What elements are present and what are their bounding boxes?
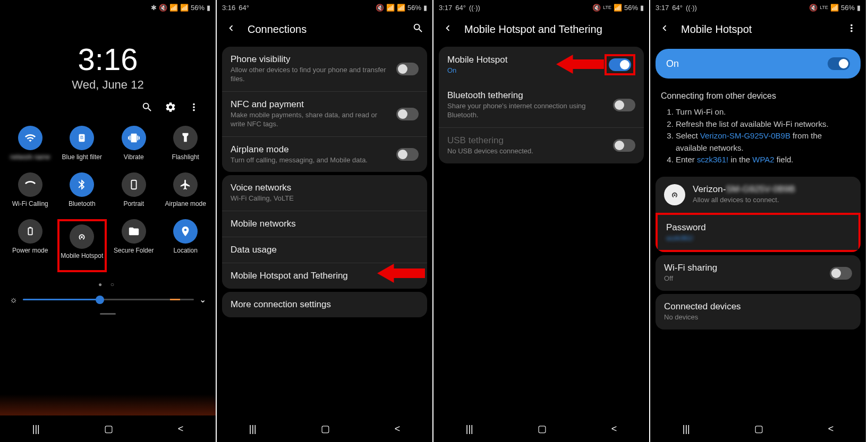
password-label: Password [666, 222, 850, 233]
bluetooth-icon: ✱ [151, 4, 157, 12]
wifi-icon [18, 126, 42, 150]
portrait-icon [122, 172, 146, 197]
recent-button[interactable]: ||| [32, 423, 40, 435]
qs-tile-airplane[interactable]: Airplane mode [161, 172, 211, 215]
svg-text:B: B [80, 135, 83, 140]
qs-label: network name [10, 153, 50, 168]
qs-tile-bluetooth[interactable]: Bluetooth [57, 172, 107, 215]
toggle[interactable] [396, 148, 419, 161]
network-row[interactable]: Verizon-SM-G925V-0B9B Allow all devices … [656, 177, 861, 213]
panel-handle[interactable] [100, 313, 116, 315]
mute-icon: 🔇 [159, 4, 167, 12]
hotspot-tethering-screen: 3:1764°((·)) 🔇LTE📶56%▮ Mobile Hotspot an… [433, 0, 650, 442]
instructions-title: Connecting from other devices [661, 91, 855, 101]
qs-tile-flashlight[interactable]: Flashlight [161, 126, 211, 168]
qs-label: Power mode [12, 247, 48, 262]
instruction-step: Select Verizon-SM-G925V-0B9B from the av… [676, 130, 855, 154]
setting-row[interactable]: Mobile HotspotOn [439, 47, 644, 83]
setting-row[interactable]: Phone visibilityAllow other devices to f… [222, 47, 427, 91]
brightness-icon: ☼ [10, 295, 18, 305]
back-button[interactable]: < [828, 423, 834, 435]
password-row[interactable]: Password sczk361! [656, 213, 861, 253]
home-button[interactable]: ▢ [754, 423, 763, 435]
network-sub: Allow all devices to connect. [693, 196, 852, 205]
qs-tile-portrait[interactable]: Portrait [109, 172, 159, 215]
qs-tile-bluelight[interactable]: BBlue light filter [57, 126, 107, 168]
back-icon[interactable] [659, 22, 670, 36]
highlight-arrow [556, 51, 604, 77]
setting-row[interactable]: Airplane modeTurn off calling, messaging… [222, 136, 427, 172]
nav-bar: ||| ▢ < [650, 415, 866, 442]
hotspot-status-icon: ((·)) [469, 4, 480, 12]
setting-row[interactable]: Data usage [222, 237, 427, 263]
toggle[interactable] [613, 99, 635, 111]
wallpaper [0, 394, 216, 415]
on-label: On [666, 58, 679, 70]
setting-row[interactable]: Bluetooth tetheringShare your phone's in… [439, 83, 644, 127]
on-toggle-bar[interactable]: On [656, 49, 861, 79]
back-icon[interactable] [442, 22, 454, 36]
back-icon[interactable] [225, 22, 237, 36]
toggle[interactable] [613, 139, 635, 152]
qs-tile-vibrate[interactable]: Vibrate [109, 126, 159, 168]
location-icon [173, 219, 198, 244]
recent-button[interactable]: ||| [683, 423, 690, 435]
qs-label: Bluetooth [69, 200, 96, 215]
on-toggle[interactable] [828, 57, 850, 70]
airplane-icon [173, 172, 198, 197]
toggle[interactable] [609, 58, 631, 71]
qs-tile-hotspot[interactable]: Mobile Hotspot [57, 219, 107, 272]
battery-icon: ▮ [207, 4, 210, 12]
status-bar: ✱ 🔇 📶 📶 56% ▮ [0, 0, 216, 15]
toggle[interactable] [396, 108, 419, 120]
clock-date: Wed, June 12 [0, 78, 216, 92]
more-icon[interactable] [188, 101, 200, 115]
recent-button[interactable]: ||| [466, 423, 473, 435]
qs-label: Mobile Hotspot [61, 252, 103, 267]
gear-icon[interactable] [165, 101, 176, 115]
qs-tile-location[interactable]: Location [161, 219, 211, 272]
setting-row[interactable]: More connection settings [222, 292, 427, 317]
qs-label: Flashlight [172, 153, 199, 168]
qs-label: Airplane mode [165, 200, 206, 215]
battery-text: 56% [191, 4, 205, 12]
back-button[interactable]: < [178, 423, 184, 435]
search-icon[interactable] [141, 101, 153, 115]
svg-rect-3 [28, 228, 32, 235]
setting-row[interactable]: Voice networksWi-Fi Calling, VoLTE [222, 175, 427, 211]
instruction-step: Turn Wi-Fi on. [676, 106, 855, 118]
network-name-blur: SM-G925V-0B9B [726, 184, 795, 194]
setting-row[interactable]: NFC and paymentMake mobile payments, sha… [222, 91, 427, 136]
toggle[interactable] [396, 63, 419, 75]
svg-marker-6 [556, 55, 604, 74]
chevron-down-icon[interactable]: ⌄ [199, 294, 206, 305]
wifi-sharing-toggle[interactable] [830, 267, 852, 280]
hotspot-status-icon: ((·)) [686, 4, 697, 12]
qs-tile-wificall[interactable]: Wi-Fi Calling [5, 172, 55, 215]
connections-screen: 3:1664° 🔇📶📶56%▮ Connections Phone visibi… [217, 0, 433, 442]
more-icon[interactable] [846, 22, 857, 36]
qs-tile-folder[interactable]: Secure Folder [109, 219, 159, 272]
brightness-slider[interactable] [23, 299, 194, 300]
qs-tile-wifi[interactable]: network name [5, 126, 55, 168]
status-bar: 3:1764°((·)) 🔇LTE📶56%▮ [433, 0, 649, 15]
back-button[interactable]: < [611, 423, 617, 435]
home-button[interactable]: ▢ [538, 423, 547, 435]
qs-tile-power[interactable]: Power mode [5, 219, 55, 272]
status-bar: 3:1764°((·)) 🔇LTE📶56%▮ [650, 0, 866, 15]
back-button[interactable]: < [395, 423, 401, 435]
setting-row[interactable]: Mobile networks [222, 211, 427, 237]
home-button[interactable]: ▢ [104, 423, 113, 435]
page-title: Mobile Hotspot [681, 23, 835, 36]
qs-label: Wi-Fi Calling [12, 200, 48, 215]
connected-devices-row[interactable]: Connected devices No devices [656, 294, 861, 330]
signal-icon: 📶 [180, 4, 189, 12]
search-icon[interactable] [412, 22, 424, 36]
recent-button[interactable]: ||| [249, 423, 257, 435]
mobile-hotspot-screen: 3:1764°((·)) 🔇LTE📶56%▮ Mobile Hotspot On… [650, 0, 867, 442]
wifi-sharing-row[interactable]: Wi-Fi sharing Off [656, 255, 861, 291]
nav-bar: ||| ▢ < [0, 415, 216, 442]
setting-row[interactable]: USB tetheringNo USB devices connected. [439, 127, 644, 163]
home-button[interactable]: ▢ [321, 423, 330, 435]
bluelight-icon: B [70, 126, 94, 150]
